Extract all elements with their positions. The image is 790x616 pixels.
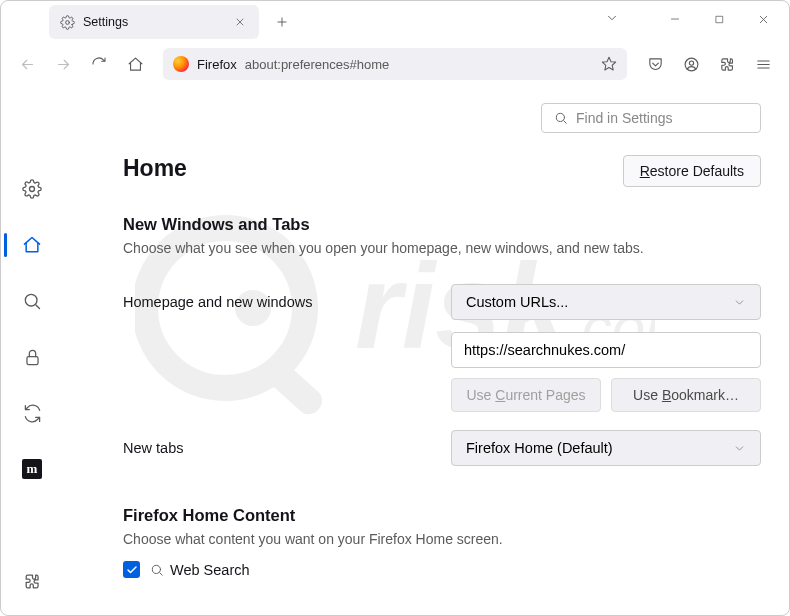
- sidebar-item-extensions[interactable]: [14, 563, 50, 599]
- forward-button[interactable]: [47, 48, 79, 80]
- restore-defaults-button[interactable]: Restore Defaults: [623, 155, 761, 187]
- extensions-button[interactable]: [711, 48, 743, 80]
- tab-settings[interactable]: Settings: [49, 5, 259, 39]
- svg-rect-6: [716, 16, 722, 22]
- section-heading-fhc: Firefox Home Content: [123, 506, 761, 525]
- select-value: Custom URLs...: [466, 294, 568, 310]
- window-controls: [653, 1, 785, 37]
- gear-icon: [59, 14, 75, 30]
- close-icon[interactable]: [231, 13, 249, 31]
- section-heading-nwt: New Windows and Tabs: [123, 215, 761, 234]
- svg-point-12: [556, 113, 564, 121]
- svg-point-13: [152, 565, 160, 573]
- svg-point-8: [689, 60, 693, 64]
- svg-point-5: [65, 20, 69, 24]
- use-bookmark-button[interactable]: Use Bookmark…: [611, 378, 761, 412]
- newtabs-mode-select[interactable]: Firefox Home (Default): [451, 430, 761, 466]
- firefox-icon: [173, 56, 189, 72]
- close-window-button[interactable]: [741, 1, 785, 37]
- section-sub-fhc: Choose what content you want on your Fir…: [123, 531, 761, 547]
- bookmark-star-icon[interactable]: [601, 56, 617, 72]
- sidebar-item-home[interactable]: [14, 227, 50, 263]
- home-button[interactable]: [119, 48, 151, 80]
- new-tab-button[interactable]: [267, 7, 297, 37]
- title-bar: Settings: [1, 1, 789, 43]
- use-current-pages-button[interactable]: Use Current Pages: [451, 378, 601, 412]
- settings-search-input[interactable]: [576, 110, 751, 126]
- reload-button[interactable]: [83, 48, 115, 80]
- tabs-list-button[interactable]: [605, 11, 619, 25]
- chevron-down-icon: [733, 296, 746, 309]
- homepage-url-input[interactable]: [451, 332, 761, 368]
- settings-sidebar: m: [1, 85, 63, 616]
- url-text: about:preferences#home: [245, 57, 593, 72]
- menu-button[interactable]: [747, 48, 779, 80]
- m-icon: m: [22, 459, 42, 479]
- page-title: Home: [123, 155, 187, 182]
- tab-label: Settings: [83, 15, 223, 29]
- pocket-button[interactable]: [639, 48, 671, 80]
- back-button[interactable]: [11, 48, 43, 80]
- settings-search-box[interactable]: [541, 103, 761, 133]
- newtabs-label: New tabs: [123, 440, 439, 456]
- sidebar-item-search[interactable]: [14, 283, 50, 319]
- maximize-button[interactable]: [697, 1, 741, 37]
- sidebar-item-more[interactable]: m: [14, 451, 50, 487]
- chevron-down-icon: [733, 442, 746, 455]
- web-search-label: Web Search: [150, 562, 250, 578]
- search-icon: [554, 111, 568, 125]
- homepage-mode-select[interactable]: Custom URLs...: [451, 284, 761, 320]
- sidebar-item-sync[interactable]: [14, 395, 50, 431]
- sidebar-item-privacy[interactable]: [14, 339, 50, 375]
- minimize-button[interactable]: [653, 1, 697, 37]
- nav-toolbar: Firefox about:preferences#home: [1, 43, 789, 85]
- select-value: Firefox Home (Default): [466, 440, 613, 456]
- search-icon: [150, 563, 164, 577]
- url-bar[interactable]: Firefox about:preferences#home: [163, 48, 627, 80]
- svg-rect-11: [26, 356, 37, 364]
- settings-main: Home Restore Defaults New Windows and Ta…: [63, 85, 789, 616]
- account-button[interactable]: [675, 48, 707, 80]
- sidebar-item-general[interactable]: [14, 171, 50, 207]
- svg-point-10: [25, 294, 37, 306]
- url-scheme-label: Firefox: [197, 57, 237, 72]
- web-search-checkbox[interactable]: [123, 561, 140, 578]
- homepage-label: Homepage and new windows: [123, 294, 439, 310]
- section-sub-nwt: Choose what you see when you open your h…: [123, 240, 761, 256]
- svg-point-9: [30, 187, 35, 192]
